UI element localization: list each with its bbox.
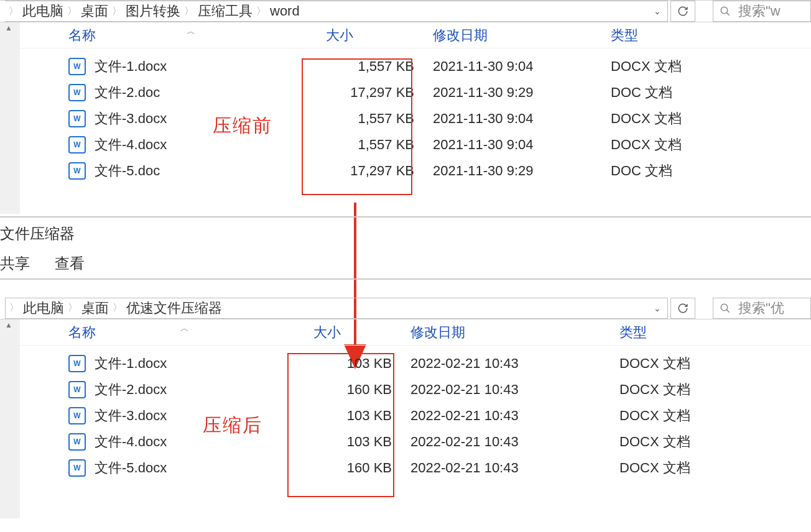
file-type: DOCX 文档	[619, 380, 690, 399]
file-type: DOC 文档	[611, 83, 672, 102]
column-header-size[interactable]: 大小	[323, 26, 433, 45]
file-list: W文件-1.docx103 KB2022-02-21 10:43DOCX 文档W…	[20, 346, 811, 487]
breadcrumb-item[interactable]: 图片转换	[126, 2, 180, 21]
column-header-type[interactable]: 类型	[619, 323, 647, 342]
word-doc-icon: W	[68, 381, 86, 398]
file-row[interactable]: W文件-1.docx1,557 KB2021-11-30 9:04DOCX 文档	[20, 53, 811, 80]
breadcrumb-item[interactable]: 桌面	[81, 2, 108, 21]
refresh-icon	[677, 6, 688, 17]
chevron-right-icon: 〉	[109, 301, 126, 314]
chevron-right-icon: 〉	[63, 5, 81, 18]
column-header-name[interactable]: 名称	[20, 323, 311, 342]
scroll-up-icon[interactable]: ▲	[5, 24, 12, 32]
column-header-date[interactable]: 修改日期	[433, 26, 611, 45]
ribbon-tab-view[interactable]: 查看	[55, 254, 85, 273]
file-date: 2021-11-30 9:29	[433, 85, 611, 101]
file-type: DOCX 文档	[619, 459, 690, 477]
file-size: 160 KB	[311, 382, 410, 398]
chevron-right-icon: 〉	[180, 5, 198, 18]
address-bar: 〉 此电脑 〉 桌面 〉 优速文件压缩器 ⌄ 搜索"优	[0, 297, 811, 319]
file-name: 文件-4.docx	[95, 135, 323, 154]
chevron-right-icon: 〉	[6, 301, 23, 314]
word-doc-icon: W	[68, 162, 86, 180]
svg-line-5	[726, 310, 730, 313]
breadcrumb-item[interactable]: 此电脑	[22, 2, 63, 21]
file-type: DOCX 文档	[611, 135, 682, 154]
word-doc-icon: W	[68, 84, 86, 101]
file-type: DOCX 文档	[619, 354, 690, 373]
file-row[interactable]: W文件-4.docx1,557 KB2021-11-30 9:04DOCX 文档	[20, 132, 811, 158]
file-size: 1,557 KB	[323, 111, 433, 127]
breadcrumb[interactable]: 〉 此电脑 〉 桌面 〉 图片转换 〉 压缩工具 〉 word ⌄	[5, 1, 668, 22]
explorer-window-before: 〉 此电脑 〉 桌面 〉 图片转换 〉 压缩工具 〉 word ⌄ 搜索"w ▲…	[0, 0, 811, 214]
address-bar: 〉 此电脑 〉 桌面 〉 图片转换 〉 压缩工具 〉 word ⌄ 搜索"w	[0, 0, 811, 22]
history-dropdown-icon[interactable]: ⌄	[647, 6, 667, 16]
file-type: DOC 文档	[611, 162, 672, 180]
file-date: 2022-02-21 10:43	[410, 434, 619, 450]
svg-line-1	[726, 12, 730, 16]
file-name: 文件-5.docx	[95, 459, 311, 477]
refresh-icon	[677, 303, 688, 314]
breadcrumb-item[interactable]: 此电脑	[23, 299, 64, 318]
file-size: 103 KB	[311, 408, 410, 424]
file-row[interactable]: W文件-2.docx160 KB2022-02-21 10:43DOCX 文档	[20, 377, 811, 403]
search-placeholder: 搜索"优	[738, 299, 784, 318]
annotation-label-after: 压缩后	[203, 413, 262, 438]
file-row[interactable]: W文件-5.docx160 KB2022-02-21 10:43DOCX 文档	[20, 455, 811, 481]
file-date: 2022-02-21 10:43	[410, 355, 619, 372]
chevron-right-icon: 〉	[64, 301, 81, 314]
file-type: DOCX 文档	[611, 57, 682, 76]
file-date: 2022-02-21 10:43	[410, 460, 619, 476]
annotation-label-before: 压缩前	[213, 113, 272, 139]
column-headers: ︿ 名称 大小 修改日期 类型	[20, 22, 811, 48]
word-doc-icon: W	[68, 355, 86, 372]
file-row[interactable]: W文件-5.doc17,297 KB2021-11-30 9:29DOC 文档	[20, 158, 811, 184]
file-type: DOCX 文档	[619, 433, 690, 451]
file-type: DOCX 文档	[611, 109, 682, 128]
file-row[interactable]: W文件-2.doc17,297 KB2021-11-30 9:29DOC 文档	[20, 80, 811, 106]
svg-point-0	[721, 7, 728, 14]
refresh-button[interactable]	[670, 298, 695, 319]
file-size: 17,297 KB	[323, 85, 433, 101]
scrollbar[interactable]: ▲	[0, 319, 20, 518]
refresh-button[interactable]	[670, 1, 695, 22]
file-name: 文件-5.doc	[95, 162, 323, 180]
search-box[interactable]: 搜索"w	[713, 1, 811, 22]
word-doc-icon: W	[68, 58, 86, 75]
search-icon	[720, 6, 731, 17]
file-date: 2021-11-30 9:04	[433, 58, 611, 75]
ribbon-tab-share[interactable]: 共享	[0, 254, 30, 273]
search-placeholder: 搜索"w	[738, 2, 781, 21]
file-name: 文件-2.docx	[95, 380, 311, 399]
breadcrumb-item[interactable]: word	[270, 3, 300, 19]
file-size: 160 KB	[311, 460, 410, 476]
file-row[interactable]: W文件-3.docx103 KB2022-02-21 10:43DOCX 文档	[20, 403, 811, 429]
column-header-type[interactable]: 类型	[611, 26, 638, 45]
search-box[interactable]: 搜索"优	[713, 298, 811, 319]
ribbon-tabs: 共享 查看	[0, 250, 811, 280]
file-size: 103 KB	[311, 355, 410, 372]
chevron-right-icon: 〉	[5, 5, 22, 18]
breadcrumb[interactable]: 〉 此电脑 〉 桌面 〉 优速文件压缩器 ⌄	[5, 298, 668, 319]
column-header-size[interactable]: 大小	[311, 323, 410, 342]
file-name: 文件-1.docx	[95, 57, 323, 76]
breadcrumb-item[interactable]: 优速文件压缩器	[126, 299, 222, 318]
file-row[interactable]: W文件-3.docx1,557 KB2021-11-30 9:04DOCX 文档	[20, 106, 811, 132]
breadcrumb-item[interactable]: 桌面	[81, 299, 109, 318]
word-doc-icon: W	[68, 110, 86, 127]
scrollbar[interactable]: ▲	[0, 22, 20, 214]
file-date: 2022-02-21 10:43	[410, 382, 619, 398]
history-dropdown-icon[interactable]: ⌄	[647, 303, 667, 313]
file-date: 2021-11-30 9:29	[433, 163, 611, 179]
file-date: 2021-11-30 9:04	[433, 137, 611, 153]
file-row[interactable]: W文件-4.docx103 KB2022-02-21 10:43DOCX 文档	[20, 429, 811, 455]
scroll-up-icon[interactable]: ▲	[5, 321, 12, 329]
word-doc-icon: W	[68, 136, 86, 154]
breadcrumb-item[interactable]: 压缩工具	[198, 2, 253, 21]
column-header-date[interactable]: 修改日期	[410, 323, 619, 342]
sort-indicator-icon: ︿	[187, 26, 195, 37]
search-icon	[720, 303, 731, 314]
column-header-name[interactable]: 名称	[20, 26, 323, 45]
file-row[interactable]: W文件-1.docx103 KB2022-02-21 10:43DOCX 文档	[20, 351, 811, 377]
file-type: DOCX 文档	[619, 406, 690, 425]
